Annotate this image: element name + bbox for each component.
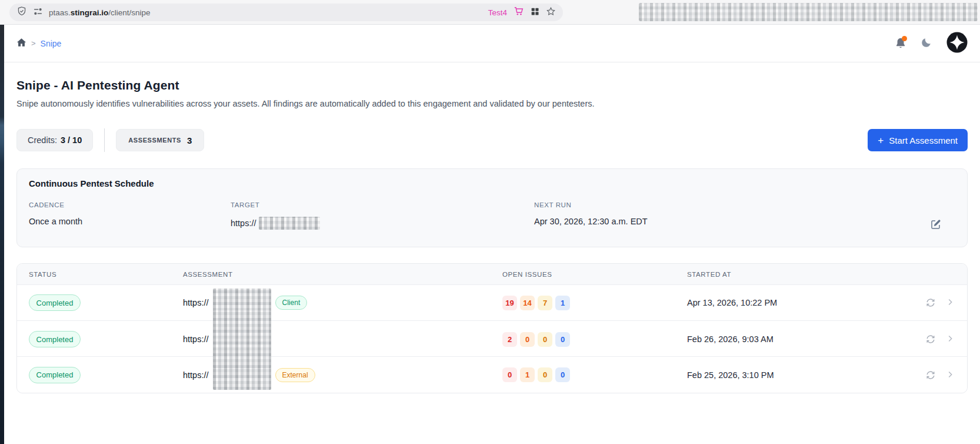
screen: ptaas.stingrai.io/client/snipe Test4 xyxy=(0,0,980,444)
cadence-value: Once a month xyxy=(29,217,231,226)
toolbar-divider xyxy=(104,128,105,152)
tab-assessments[interactable]: ASSESSMENTS 3 xyxy=(116,129,204,151)
critical-count: 0 xyxy=(502,367,517,382)
edit-schedule-button[interactable] xyxy=(929,218,942,231)
grid-icon[interactable] xyxy=(531,7,539,18)
page-subtitle: Snipe autonomously identifies vulnerabil… xyxy=(16,98,968,110)
start-assessment-button[interactable]: + Start Assessment xyxy=(868,129,968,151)
breadcrumb: > Snipe xyxy=(16,38,61,49)
plus-icon: + xyxy=(878,135,884,145)
credits-value: 3 / 10 xyxy=(61,135,82,145)
refresh-icon[interactable] xyxy=(925,370,936,380)
started-at-value: Feb 25, 2026, 3:10 PM xyxy=(687,370,914,380)
url-text[interactable]: ptaas.stingrai.io/client/snipe xyxy=(49,8,151,17)
profile-label[interactable]: Test4 xyxy=(488,8,507,17)
next-run-value: Apr 30, 2026, 12:30 a.m. EDT xyxy=(534,217,920,226)
cadence-label: CADENCE xyxy=(29,201,231,208)
next-run-label: NEXT RUN xyxy=(534,201,920,208)
tag-badge: Client xyxy=(275,296,308,310)
open-issues-column-header: OPEN ISSUES xyxy=(502,271,687,278)
breadcrumb-separator: > xyxy=(31,39,36,48)
status-badge: Completed xyxy=(29,294,81,311)
table-row[interactable]: Completed https:// External 0 1 0 0 Feb … xyxy=(17,357,967,393)
home-icon[interactable] xyxy=(16,38,26,49)
assessments-table: STATUS ASSESSMENT OPEN ISSUES STARTED AT… xyxy=(16,263,968,393)
table-row[interactable]: Completed https:// 2 0 0 0 Feb 26, 2026,… xyxy=(17,321,967,357)
chevron-right-icon[interactable] xyxy=(945,334,955,344)
status-badge: Completed xyxy=(29,367,81,383)
status-column-header: STATUS xyxy=(29,271,183,278)
open-issues-cell: 19 14 7 1 xyxy=(502,296,687,310)
page-title: Snipe - AI Pentesting Agent xyxy=(16,78,968,93)
address-bar[interactable]: ptaas.stingrai.io/client/snipe Test4 xyxy=(9,4,563,21)
started-at-value: Feb 26, 2026, 9:03 AM xyxy=(687,334,914,344)
status-badge: Completed xyxy=(29,331,81,347)
censored-assessment-url xyxy=(213,310,271,368)
censored-browser-region xyxy=(639,3,978,21)
censored-target-url xyxy=(259,217,320,230)
bell-icon[interactable] xyxy=(895,37,906,50)
high-count: 14 xyxy=(520,296,535,310)
high-count: 1 xyxy=(520,367,535,382)
schedule-card-title: Continuous Pentest Schedule xyxy=(29,169,955,188)
assessment-url: https:// xyxy=(183,370,209,380)
assessment-column-header: ASSESSMENT xyxy=(183,271,502,278)
low-count: 0 xyxy=(555,367,570,382)
moon-icon[interactable] xyxy=(921,37,932,51)
refresh-icon[interactable] xyxy=(925,297,936,308)
browser-bar: ptaas.stingrai.io/client/snipe Test4 xyxy=(0,0,980,25)
medium-count: 0 xyxy=(538,367,552,382)
target-value: https:// xyxy=(231,217,534,230)
refresh-icon[interactable] xyxy=(925,334,936,344)
medium-count: 7 xyxy=(538,296,552,310)
low-count: 0 xyxy=(555,332,570,347)
notification-dot xyxy=(902,36,907,41)
cart-icon[interactable] xyxy=(514,6,524,19)
critical-count: 2 xyxy=(502,332,517,347)
chevron-right-icon[interactable] xyxy=(945,370,955,380)
toggle-icon[interactable] xyxy=(33,6,43,19)
background-window-edge xyxy=(0,25,4,444)
assessment-url: https:// xyxy=(183,298,209,307)
low-count: 1 xyxy=(555,296,570,310)
assessments-count: 3 xyxy=(187,135,192,145)
critical-count: 19 xyxy=(502,296,517,310)
started-at-value: Apr 13, 2026, 10:22 PM xyxy=(687,298,914,307)
table-row[interactable]: Completed https:// Client 19 14 7 1 Apr … xyxy=(17,285,967,321)
high-count: 0 xyxy=(520,332,535,347)
medium-count: 0 xyxy=(538,332,552,347)
logo-mark[interactable] xyxy=(946,32,968,55)
assessment-url: https:// xyxy=(183,334,209,344)
tag-badge: External xyxy=(275,368,315,382)
open-issues-cell: 2 0 0 0 xyxy=(502,332,687,347)
main-content: Snipe - AI Pentesting Agent Snipe autono… xyxy=(4,62,980,444)
target-label: TARGET xyxy=(231,201,534,208)
credits-badge: Credits:3 / 10 xyxy=(16,129,93,151)
continuous-pentest-schedule-card: Continuous Pentest Schedule CADENCE Once… xyxy=(16,168,968,247)
shield-icon[interactable] xyxy=(16,6,27,19)
toolbar: Credits:3 / 10 ASSESSMENTS 3 + Start Ass… xyxy=(16,129,968,151)
breadcrumb-snipe-link[interactable]: Snipe xyxy=(41,39,62,48)
started-at-column-header: STARTED AT xyxy=(687,271,914,278)
star-icon[interactable] xyxy=(546,6,556,19)
table-header: STATUS ASSESSMENT OPEN ISSUES STARTED AT xyxy=(17,264,967,285)
chevron-right-icon[interactable] xyxy=(945,297,955,308)
app-header: > Snipe xyxy=(4,25,980,62)
open-issues-cell: 0 1 0 0 xyxy=(502,367,687,382)
